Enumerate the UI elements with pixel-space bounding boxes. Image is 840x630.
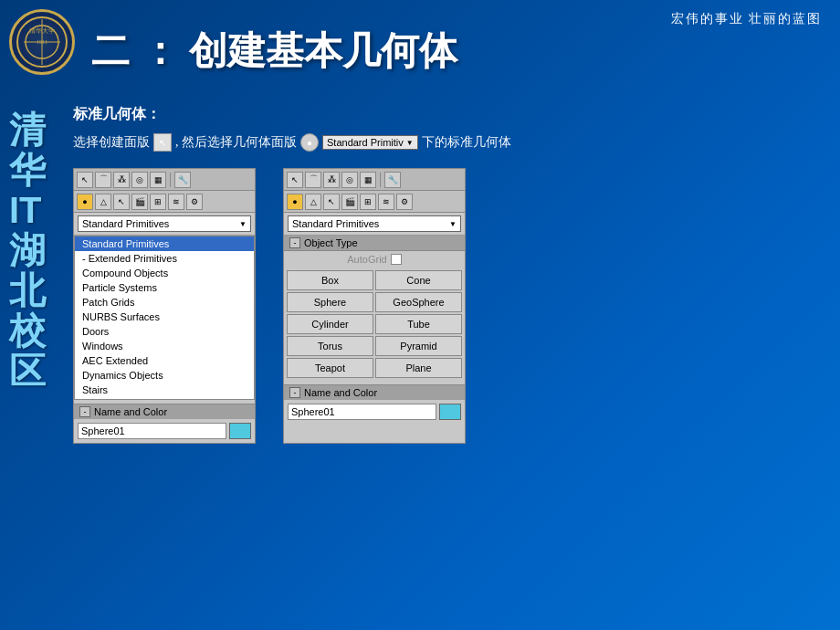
circle-icon[interactable]: ◎ <box>131 172 148 188</box>
cog-icon-r[interactable]: ⚙ <box>396 194 413 210</box>
collapse-btn-right[interactable]: - <box>289 387 300 398</box>
panels-container: ↖ ⌒ ⁂ ◎ ▦ 🔧 ● △ ↖ 🎬 ⊞ ≋ ⚙ Standard Primi… <box>73 168 822 444</box>
grid-icon[interactable]: ⊞ <box>150 194 166 210</box>
toolbar-row-2-left: ● △ ↖ 🎬 ⊞ ≋ ⚙ <box>74 191 255 213</box>
name-color-header-left: - Name and Color <box>74 404 255 419</box>
nodes-icon[interactable]: ⁂ <box>113 172 130 188</box>
color-swatch-left[interactable] <box>229 423 251 439</box>
list-item-particle[interactable]: Particle Systems <box>75 280 254 295</box>
name-color-label-left: Name and Color <box>94 406 167 417</box>
sphere-icon-active-r[interactable]: ● <box>287 194 303 210</box>
left-panel-dropdown[interactable]: Standard Primitives <box>78 215 251 232</box>
arc-icon[interactable]: ⌒ <box>95 172 111 188</box>
circle-icon-r[interactable]: ◎ <box>341 172 358 188</box>
btn-cone[interactable]: Cone <box>375 270 462 290</box>
cog-icon[interactable]: ⚙ <box>186 194 203 210</box>
dropdown-row-right: Standard Primitives <box>284 213 465 236</box>
object-type-label: Object Type <box>304 237 358 248</box>
collapse-btn-left[interactable]: - <box>79 406 90 417</box>
list-item-nurbs[interactable]: NURBS Surfaces <box>75 310 254 324</box>
collapse-object-type-btn[interactable]: - <box>289 237 300 248</box>
slogan: 宏伟的事业 壮丽的蓝图 <box>671 11 823 27</box>
btn-cylinder[interactable]: Cylinder <box>287 314 373 334</box>
create-panel-icon[interactable]: ↖ <box>153 133 172 152</box>
list-item-aec[interactable]: AEC Extended <box>75 353 254 368</box>
btn-sphere[interactable]: Sphere <box>287 292 373 312</box>
logo-area: 清华大学 1911 <box>9 9 82 82</box>
right-panel-dropdown[interactable]: Standard Primitives <box>288 215 461 232</box>
toolbar-row-1-right: ↖ ⌒ ⁂ ◎ ▦ 🔧 <box>284 169 465 191</box>
side-decoration: 清华IT湖北校区 <box>9 110 55 391</box>
section-title: 标准几何体： <box>73 105 822 124</box>
instruction-text-2: , 然后选择几何体面版 <box>175 134 297 151</box>
photo-icon[interactable]: ▦ <box>150 172 166 188</box>
list-item-extended[interactable]: - Extended Primitives <box>75 251 254 266</box>
instruction-text-1: 选择创建面版 <box>73 134 150 151</box>
cursor2-icon-r[interactable]: ↖ <box>323 194 340 210</box>
separator-1 <box>170 173 171 187</box>
wave-icon[interactable]: ≋ <box>168 194 184 210</box>
cursor2-icon[interactable]: ↖ <box>113 194 130 210</box>
name-color-row-right <box>284 400 465 424</box>
list-item-doors[interactable]: Doors <box>75 324 254 339</box>
panel-right: ↖ ⌒ ⁂ ◎ ▦ 🔧 ● △ ↖ 🎬 ⊞ ≋ ⚙ Standard Primi… <box>283 168 466 444</box>
autogrid-row: AutoGrid <box>284 251 465 268</box>
list-item-compound[interactable]: Compound Objects <box>75 266 254 280</box>
list-item-stairs[interactable]: Stairs <box>75 383 254 397</box>
instruction-line: 选择创建面版 ↖ , 然后选择几何体面版 ● Standard Primitiv… <box>73 133 822 152</box>
name-input-right[interactable] <box>288 404 436 420</box>
arc-icon-r[interactable]: ⌒ <box>305 172 321 188</box>
film-icon-r[interactable]: 🎬 <box>341 194 358 210</box>
btn-tube[interactable]: Tube <box>375 314 462 334</box>
photo-icon-r[interactable]: ▦ <box>360 172 376 188</box>
name-color-row-left <box>74 419 255 443</box>
toolbar-row-2-right: ● △ ↖ 🎬 ⊞ ≋ ⚙ <box>284 191 465 213</box>
btn-pyramid[interactable]: Pyramid <box>375 336 462 356</box>
name-color-label-right: Name and Color <box>304 387 377 398</box>
object-type-header: - Object Type <box>284 236 465 251</box>
inline-dropdown[interactable]: Standard Primitiv <box>322 135 418 150</box>
list-item-windows[interactable]: Windows <box>75 339 254 353</box>
autogrid-label: AutoGrid <box>347 254 386 265</box>
btn-geosphere[interactable]: GeoSphere <box>375 292 462 312</box>
btn-box[interactable]: Box <box>287 270 373 290</box>
hammer-icon[interactable]: 🔧 <box>174 172 191 188</box>
separator-r <box>380 173 381 187</box>
dropdown-row-left: Standard Primitives <box>74 213 255 236</box>
left-list: Standard Primitives - Extended Primitive… <box>74 236 255 400</box>
cursor-icon[interactable]: ↖ <box>77 172 93 188</box>
color-swatch-right[interactable] <box>439 404 461 420</box>
wave-icon-r[interactable]: ≋ <box>378 194 394 210</box>
hammer-icon-r[interactable]: 🔧 <box>384 172 401 188</box>
cone2-icon[interactable]: △ <box>95 194 111 210</box>
cursor-icon-r[interactable]: ↖ <box>287 172 303 188</box>
geometry-panel-icon[interactable]: ● <box>300 133 319 152</box>
autogrid-checkbox[interactable] <box>391 254 402 265</box>
list-item-dynamics[interactable]: Dynamics Objects <box>75 368 254 383</box>
film-icon[interactable]: 🎬 <box>131 194 148 210</box>
nodes-icon-r[interactable]: ⁂ <box>323 172 340 188</box>
name-color-header-right: - Name and Color <box>284 384 465 400</box>
logo-circle: 清华大学 1911 <box>9 9 75 75</box>
panel-left: ↖ ⌒ ⁂ ◎ ▦ 🔧 ● △ ↖ 🎬 ⊞ ≋ ⚙ Standard Primi… <box>73 168 256 444</box>
object-type-section: - Object Type AutoGrid Box Cone Sphere G… <box>284 236 465 381</box>
btn-teapot[interactable]: Teapot <box>287 358 373 378</box>
grid-icon-r[interactable]: ⊞ <box>360 194 376 210</box>
cone2-icon-r[interactable]: △ <box>305 194 321 210</box>
list-item-patch[interactable]: Patch Grids <box>75 295 254 310</box>
list-item-standard[interactable]: Standard Primitives <box>75 236 254 251</box>
btn-torus[interactable]: Torus <box>287 336 373 356</box>
page-title: 二 ： 创建基本几何体 <box>91 26 457 77</box>
logo-svg: 清华大学 1911 <box>15 15 69 69</box>
content-area: 标准几何体： 选择创建面版 ↖ , 然后选择几何体面版 ● Standard P… <box>73 105 822 612</box>
btn-plane[interactable]: Plane <box>375 358 462 378</box>
side-cn-text: 清华IT湖北校区 <box>9 110 55 391</box>
instruction-text-3: 下的标准几何体 <box>422 134 511 151</box>
object-buttons-grid: Box Cone Sphere GeoSphere Cylinder Tube … <box>284 268 465 381</box>
name-color-section-left: - Name and Color <box>74 404 255 443</box>
sphere-icon-active[interactable]: ● <box>77 194 93 210</box>
name-color-section-right: - Name and Color <box>284 384 465 424</box>
name-input-left[interactable] <box>78 423 226 439</box>
toolbar-row-1-left: ↖ ⌒ ⁂ ◎ ▦ 🔧 <box>74 169 255 191</box>
